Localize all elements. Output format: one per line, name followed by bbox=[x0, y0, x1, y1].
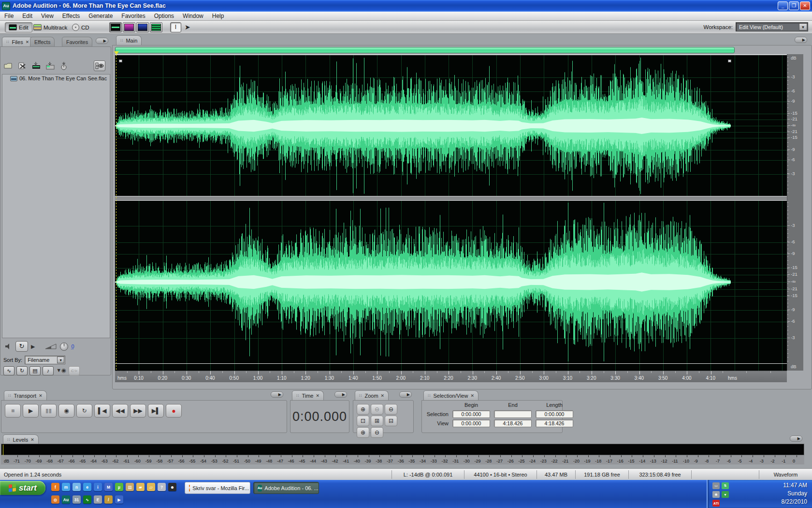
close-transport-tab-icon[interactable]: ✕ bbox=[39, 393, 43, 398]
quicklaunch-audition-icon[interactable]: Au bbox=[62, 495, 70, 504]
quicklaunch-clipboard-icon[interactable]: ▤ bbox=[126, 483, 134, 491]
menu-view[interactable]: View bbox=[37, 12, 58, 20]
quicklaunch-movie-maker-icon[interactable]: M bbox=[104, 483, 113, 491]
zoom-to-right-edge-button[interactable]: ⊟ bbox=[385, 416, 397, 426]
play-looped-button[interactable]: ↻ bbox=[76, 404, 92, 418]
levels-panel-menu-button[interactable]: ▶ bbox=[790, 435, 802, 442]
tray-ati-icon[interactable]: ATI bbox=[712, 500, 720, 507]
zoom-in-horizontal-button[interactable]: ⊕ bbox=[357, 404, 369, 415]
tab-files[interactable]: ⁞⁞Files✕ bbox=[2, 37, 33, 46]
quicklaunch-folder-open-icon[interactable]: ▱ bbox=[147, 483, 155, 491]
selection-begin-field[interactable]: 0:00.000 bbox=[452, 410, 490, 418]
spectral-pan-button[interactable] bbox=[136, 22, 149, 32]
view-length-field[interactable]: 4:18.426 bbox=[536, 419, 573, 427]
waveform-display-button[interactable] bbox=[109, 22, 122, 32]
close-levels-tab-icon[interactable]: ✕ bbox=[30, 437, 34, 442]
zoom-out-horizontal-button[interactable]: ⊖ bbox=[371, 404, 383, 415]
file-list-item[interactable]: 06. More Than The Eye Can See.flac bbox=[2, 75, 110, 82]
quicklaunch-msn-icon[interactable]: m bbox=[62, 483, 70, 491]
taskbar-task-1[interactable]: AuAdobe Audition - 06. ... bbox=[253, 482, 319, 494]
menu-favorites[interactable]: Favorites bbox=[117, 12, 149, 20]
insert-into-cd-button[interactable] bbox=[44, 60, 56, 71]
loop-preview-button[interactable]: ↻ bbox=[15, 341, 28, 352]
time-selection-tool-button[interactable]: I bbox=[170, 22, 181, 32]
files-panel-menu-button[interactable]: ▶ bbox=[96, 38, 108, 44]
quicklaunch-ttg-icon[interactable]: ∿ bbox=[83, 495, 91, 504]
menu-window[interactable]: Window bbox=[178, 12, 208, 20]
sort-by-dropdown[interactable]: Filename ▼ bbox=[25, 356, 65, 364]
edit-view-button[interactable]: Edit bbox=[5, 22, 32, 32]
fast-forward-button[interactable]: ▶▶ bbox=[130, 404, 146, 418]
show-loop-files-toggle[interactable]: ↻ bbox=[16, 366, 28, 375]
tab-selection-view[interactable]: ⁞⁞Selection/View✕ bbox=[423, 390, 478, 400]
view-begin-field[interactable]: 0:00.000 bbox=[452, 419, 490, 427]
amplitude-ruler[interactable]: dBdB-∞-3-3-6-6-9-9-15-15-21-21-∞-3-3-6-6… bbox=[787, 54, 803, 371]
close-selection-view-tab-icon[interactable]: ✕ bbox=[470, 393, 474, 398]
quicklaunch-calendar-icon[interactable]: 31 bbox=[72, 495, 81, 504]
quicklaunch-utorrent-icon[interactable]: µ bbox=[115, 483, 123, 491]
record-button[interactable]: ● bbox=[166, 404, 182, 418]
quicklaunch-media-player-icon[interactable]: ▶ bbox=[115, 495, 123, 504]
menu-help[interactable]: Help bbox=[208, 12, 229, 20]
selection-length-field[interactable]: 0:00.000 bbox=[536, 410, 573, 418]
play-button[interactable]: ▶ bbox=[23, 404, 39, 418]
selection-right-handle[interactable] bbox=[728, 60, 731, 62]
sort-dropdown-arrow-icon[interactable]: ▼ bbox=[57, 357, 64, 363]
quicklaunch-internet-explorer-icon[interactable]: e bbox=[83, 483, 91, 491]
tab-favorites[interactable]: Favorites bbox=[62, 37, 92, 46]
scrub-tool-icon[interactable]: ➤ bbox=[185, 23, 190, 31]
workspace-dropdown-arrow-icon[interactable]: ▼ bbox=[799, 23, 807, 30]
tab-effects[interactable]: Effects bbox=[30, 37, 55, 46]
time-panel-menu-button[interactable]: ▶ bbox=[334, 391, 347, 398]
show-midi-files-toggle[interactable]: ♪ bbox=[43, 366, 54, 375]
quicklaunch-alien-icon[interactable]: ☻ bbox=[168, 483, 176, 491]
quicklaunch-eac-icon[interactable]: E bbox=[94, 495, 102, 504]
advanced-options-toggle-button[interactable] bbox=[94, 60, 105, 71]
restore-button[interactable]: ❐ bbox=[789, 1, 799, 10]
main-panel-menu-button[interactable]: ▶ bbox=[795, 37, 807, 43]
quicklaunch-help-file-icon[interactable]: ? bbox=[158, 483, 166, 491]
tab-transport[interactable]: ⁞⁞Transport✕ bbox=[4, 390, 47, 400]
tray-update-icon[interactable]: ▼ bbox=[722, 491, 729, 498]
overview-scrollbar[interactable] bbox=[115, 47, 735, 53]
menu-options[interactable]: Options bbox=[150, 12, 178, 20]
cd-view-button[interactable]: CD bbox=[69, 22, 93, 32]
waveform-display[interactable] bbox=[115, 54, 787, 371]
quicklaunch-broom-icon[interactable]: / bbox=[104, 495, 113, 504]
rewind-button[interactable]: ◀◀ bbox=[112, 404, 128, 418]
close-button[interactable]: ✕ bbox=[800, 1, 810, 10]
menu-generate[interactable]: Generate bbox=[84, 12, 117, 20]
tray-volume-icon[interactable]: ◉ bbox=[712, 491, 720, 498]
quicklaunch-media-burner-icon[interactable]: ◍ bbox=[51, 495, 59, 504]
multitrack-view-button[interactable]: Multitrack bbox=[30, 22, 71, 32]
tab-levels[interactable]: ⁞⁞Levels✕ bbox=[3, 434, 39, 444]
menu-edit[interactable]: Edit bbox=[18, 12, 37, 20]
show-video-files-toggle[interactable]: ▤ bbox=[29, 366, 41, 375]
playhead-marker-icon[interactable] bbox=[114, 51, 119, 55]
spectral-frequency-button[interactable] bbox=[123, 22, 135, 32]
tray-display-icon[interactable]: ▭ bbox=[712, 482, 720, 489]
stop-button[interactable]: ■ bbox=[5, 404, 21, 418]
import-file-button[interactable] bbox=[2, 60, 14, 71]
quicklaunch-folder-icon[interactable]: ▰ bbox=[136, 483, 145, 491]
filter-eye-icon[interactable]: ▼◉ bbox=[56, 366, 67, 375]
preview-volume-knob[interactable] bbox=[60, 343, 68, 351]
workspace-dropdown[interactable]: Edit View (Default) ▼ bbox=[736, 22, 808, 31]
spectral-phase-button[interactable] bbox=[150, 22, 162, 32]
zoom-to-selection-button[interactable]: ⊡ bbox=[357, 416, 369, 426]
pause-button[interactable]: ▮▮ bbox=[41, 404, 57, 418]
timeline-ruler[interactable]: hmshms0:100:200:300:400:501:001:101:201:… bbox=[115, 371, 787, 382]
tray-network-icon[interactable]: ⇅ bbox=[722, 482, 729, 489]
quicklaunch-messenger-icon[interactable]: i bbox=[94, 483, 102, 491]
preview-volume-value[interactable]: 0 bbox=[71, 344, 74, 349]
preview-play-button[interactable]: ▶ bbox=[31, 344, 35, 350]
play-from-cursor-button[interactable]: ◉ bbox=[58, 404, 74, 418]
go-to-beginning-button[interactable]: ▌◀ bbox=[94, 404, 110, 418]
start-button[interactable]: start bbox=[0, 481, 45, 495]
insert-into-multitrack-button[interactable] bbox=[30, 60, 42, 71]
close-file-button[interactable] bbox=[16, 60, 28, 71]
close-zoom-tab-icon[interactable]: ✕ bbox=[381, 393, 385, 398]
taskbar-task-0[interactable]: fSkriv svar - Mozilla Fir... bbox=[185, 482, 250, 494]
go-to-end-button[interactable]: ▶▌ bbox=[148, 404, 164, 418]
menu-effects[interactable]: Effects bbox=[58, 12, 84, 20]
